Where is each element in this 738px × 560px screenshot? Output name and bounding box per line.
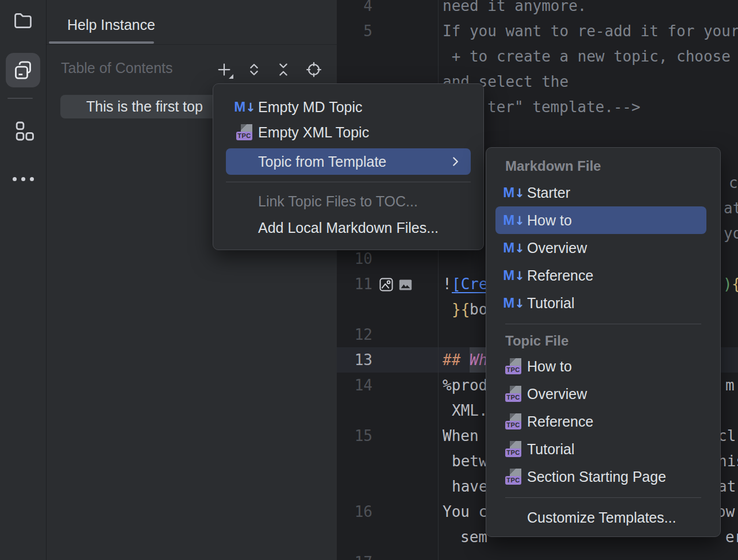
code-text: er: [725, 524, 738, 550]
menu-item-add-local-markdown[interactable]: Add Local Markdown Files...: [226, 215, 471, 240]
code-text: at: [724, 195, 738, 221]
structure-icon-button[interactable]: [6, 114, 40, 148]
submenu-item-reference-md[interactable]: M↓ Reference: [495, 262, 706, 289]
header-divider: [47, 44, 337, 45]
code-text: You c: [443, 499, 487, 524]
code-text: If you want to re-add it for your: [443, 18, 738, 44]
menu-item-link-topic-files: Link Topic Files to TOC...: [226, 189, 471, 214]
markdown-file-icon: M↓: [505, 213, 522, 227]
toc-item-label: This is the first top: [86, 95, 226, 118]
collapse-all-icon: [275, 61, 292, 78]
line-number: 17: [337, 550, 372, 560]
locate-file-button[interactable]: [303, 59, 324, 80]
expand-all-icon: [245, 61, 263, 78]
submenu-separator: [505, 324, 701, 324]
code-text: ##: [443, 347, 470, 373]
submenu-item-how-to-tpc[interactable]: TPC How to: [495, 352, 706, 380]
code-text: c: [729, 170, 738, 195]
menu-item-topic-from-template[interactable]: Topic from Template: [226, 148, 471, 175]
toc-panel-title: Table of Contents: [61, 60, 173, 76]
code-text: need it anymore.: [443, 0, 586, 18]
code-text: have: [452, 474, 488, 499]
code-text: ): [723, 271, 732, 297]
markdown-file-icon: M↓: [505, 296, 522, 310]
section-header-markdown-file: Markdown File: [505, 158, 601, 175]
active-tab-indicator: [49, 41, 154, 44]
submenu-item-customize-templates[interactable]: Customize Templates...: [495, 504, 706, 531]
section-header-topic-file: Topic File: [505, 333, 568, 350]
markdown-file-icon: M↓: [505, 186, 522, 200]
menu-separator: [226, 182, 471, 182]
topic-file-icon: TPC: [505, 385, 522, 402]
line-number: 13: [337, 347, 372, 373]
code-text: %prod: [443, 373, 487, 398]
markdown-file-icon: M↓: [505, 269, 522, 282]
topic-file-icon: TPC: [505, 468, 522, 485]
menu-item-empty-xml-topic[interactable]: TPC Empty XML Topic: [226, 120, 471, 145]
code-text: m: [725, 373, 735, 398]
submenu-separator: [505, 497, 701, 498]
line-number: 15: [337, 423, 372, 448]
code-text: {: [732, 271, 738, 297]
submenu-chevron-icon: [448, 154, 463, 169]
code-text: sem: [460, 524, 487, 550]
code-text: his: [718, 448, 738, 474]
expand-all-button[interactable]: [244, 59, 264, 80]
template-submenu: Markdown File M↓ Starter M↓ How to M↓ Ov…: [486, 147, 721, 537]
menu-item-empty-md-topic[interactable]: M↓ Empty MD Topic: [226, 94, 471, 120]
activity-bar-divider: [7, 98, 33, 99]
submenu-item-starter[interactable]: M↓ Starter: [495, 179, 706, 206]
new-topic-menu: M↓ Empty MD Topic TPC Empty XML Topic To…: [213, 83, 484, 250]
topic-file-icon: TPC: [505, 358, 522, 375]
code-text: Wh: [470, 347, 487, 373]
markdown-file-icon: M↓: [236, 100, 253, 114]
more-icon: [13, 177, 34, 181]
project-folder-icon[interactable]: [6, 3, 40, 38]
code-text: }{: [452, 297, 470, 322]
topic-file-icon: TPC: [505, 413, 522, 430]
code-text: ter" template.-->: [487, 94, 640, 120]
ide-window: Help Instance Table of Contents: [0, 0, 738, 560]
toc-item-selected[interactable]: This is the first top: [60, 95, 226, 118]
line-number: 11: [337, 271, 372, 297]
code-text: !: [443, 271, 452, 297]
line-number: 5: [337, 18, 372, 44]
code-text: XML.: [452, 398, 488, 423]
code-text: bo: [470, 297, 487, 322]
collapse-all-button[interactable]: [273, 59, 294, 80]
instances-icon: [11, 59, 34, 82]
submenu-item-how-to-md[interactable]: M↓ How to: [495, 206, 706, 234]
code-text: [Cre: [452, 271, 488, 297]
topic-file-icon: TPC: [505, 440, 522, 458]
line-number: 14: [337, 373, 372, 398]
folder-icon: [12, 10, 34, 32]
submenu-item-section-starting-page[interactable]: TPC Section Starting Page: [495, 463, 706, 490]
activity-bar: [0, 0, 47, 560]
markdown-file-icon: M↓: [505, 241, 522, 255]
instances-icon-selected[interactable]: [6, 53, 40, 87]
line-number: 4: [337, 0, 372, 18]
image-preview-icon[interactable]: [398, 277, 414, 293]
topic-file-icon: TPC: [236, 124, 253, 141]
code-text: + to create a new topic, choose: [443, 44, 738, 69]
submenu-item-tutorial-md[interactable]: M↓ Tutorial: [495, 289, 706, 317]
image-outline-icon[interactable]: [378, 277, 394, 293]
tool-window-title: Help Instance: [67, 17, 155, 33]
code-text: yo: [724, 221, 738, 246]
submenu-item-overview-md[interactable]: M↓ Overview: [495, 234, 706, 262]
code-text: betw: [452, 448, 488, 474]
line-number: 12: [337, 322, 372, 347]
submenu-item-tutorial-tpc[interactable]: TPC Tutorial: [495, 435, 706, 463]
submenu-item-overview-tpc[interactable]: TPC Overview: [495, 380, 706, 408]
target-icon: [305, 61, 322, 78]
submenu-item-reference-tpc[interactable]: TPC Reference: [495, 408, 706, 435]
code-text: When: [443, 423, 479, 448]
add-topic-button[interactable]: [214, 59, 235, 80]
dropdown-caret-icon: [229, 74, 233, 79]
more-icon-button[interactable]: [6, 162, 40, 196]
structure-icon: [11, 120, 34, 143]
line-number: 16: [337, 499, 372, 524]
